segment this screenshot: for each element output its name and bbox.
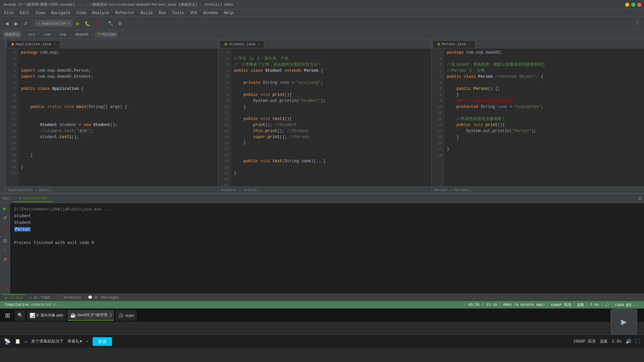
editor-content-2[interactable]: 1234567891011121314151617181920212223242… bbox=[218, 48, 431, 186]
breadcrumb-sep2: › bbox=[38, 33, 41, 37]
menu-code[interactable]: Code bbox=[74, 10, 89, 16]
settings-btn[interactable]: ⚙ bbox=[116, 19, 124, 27]
status-zoom[interactable]: 2.0x bbox=[587, 303, 601, 307]
menu-navigate[interactable]: Navigate bbox=[48, 10, 73, 16]
stream-resolution-btn[interactable]: 1080P 高清 bbox=[573, 339, 596, 344]
taskbar-javase[interactable]: ☕ JavaSE [F:\级管理...] bbox=[67, 310, 114, 321]
menu-file[interactable]: File bbox=[1, 10, 16, 16]
run-sidebar: ▶ ↺ ■ ⊟ ↓ 📌 ✕ bbox=[0, 203, 10, 294]
separator1 bbox=[32, 20, 33, 27]
tab-close-3[interactable]: ✕ bbox=[469, 42, 471, 46]
stop-btn[interactable]: ■ bbox=[93, 19, 101, 27]
menu-vcs[interactable]: VCS bbox=[187, 10, 200, 16]
editor-person: Person.java ✕ 12345678910111213141516171… bbox=[431, 39, 644, 193]
menu-help[interactable]: Help bbox=[221, 10, 236, 16]
stream-select-btn[interactable]: 选集 bbox=[600, 339, 608, 344]
tab-terminal[interactable]: ⬛ Terminal bbox=[54, 295, 84, 300]
menu-refactor[interactable]: Refactor bbox=[112, 10, 137, 16]
run-rerun-btn[interactable]: ↺ bbox=[1, 214, 9, 222]
stream-label: 发个弹幕鼓励当下 bbox=[31, 339, 63, 344]
stream-icon: 📡 bbox=[4, 338, 11, 345]
video-play-icon: ▶ bbox=[621, 316, 627, 327]
run-tab-application[interactable]: ▶ Application bbox=[14, 195, 53, 202]
run-output-blank bbox=[14, 233, 640, 239]
tab-run[interactable]: ▶ 4: Run bbox=[3, 294, 26, 301]
maximize-btn[interactable] bbox=[631, 3, 635, 7]
windows-start-btn[interactable]: ⊞ bbox=[1, 310, 13, 321]
menu-view[interactable]: View bbox=[33, 10, 48, 16]
menubar: File Edit View Navigate Code Analyze Ref… bbox=[0, 9, 644, 17]
build-btn[interactable]: 🔨 bbox=[106, 19, 114, 27]
menu-run[interactable]: Run bbox=[156, 10, 169, 16]
taskbar-search-btn[interactable]: 🔍 bbox=[15, 310, 25, 321]
editor-content-3[interactable]: 123456789101112131415161718 package com.… bbox=[431, 48, 644, 186]
stream-fullscreen-icon[interactable]: ⛶ bbox=[635, 339, 640, 344]
run-exit-line: Process finished with exit code 0 bbox=[14, 239, 640, 246]
code-area-2[interactable]: //学生 is 人：派生类、子类 // 子类继承了父类，就会拥有父类的全部方法！… bbox=[231, 48, 431, 186]
stream-warning-icon[interactable]: ⚠ bbox=[24, 339, 27, 344]
menu-tools[interactable]: Tools bbox=[169, 10, 187, 16]
line-numbers-3: 123456789101112131415161718 bbox=[431, 48, 444, 186]
menu-build[interactable]: Build bbox=[138, 10, 155, 16]
breadcrumb-sep3: › bbox=[54, 33, 56, 37]
status-resolution[interactable]: 1080P 高清 bbox=[548, 302, 574, 307]
breadcrumb-src[interactable]: src bbox=[26, 32, 37, 37]
menu-window[interactable]: Window bbox=[201, 10, 220, 16]
svg-point-2 bbox=[224, 43, 227, 46]
streaming-bar: 📡 📋 ⚠ 发个弹幕鼓励当下 弹幕礼♥ › 发送 1080P 高清 选集 2.0… bbox=[0, 335, 644, 348]
help-btn[interactable]: ? bbox=[633, 19, 641, 27]
status-select[interactable]: 选集 bbox=[574, 302, 587, 307]
tab-application[interactable]: Application.java ✕ bbox=[7, 41, 60, 48]
refresh-btn[interactable]: ↺ bbox=[21, 19, 30, 27]
menu-edit[interactable]: Edit bbox=[17, 10, 32, 16]
taskbar-pptx[interactable]: 📊 8. 面向对象.pptx bbox=[27, 310, 66, 321]
run-config[interactable]: ▶ Application ▼ bbox=[35, 20, 72, 26]
tab-person[interactable]: Person.java ✕ bbox=[433, 41, 475, 48]
run-pin-btn[interactable]: 📌 bbox=[1, 255, 9, 263]
bottom-panel: Run: ▶ Application ⚙ ▶ ↺ ■ ⊟ ↓ 📌 ✕ D:\En… bbox=[0, 193, 644, 294]
run-filter-btn[interactable]: ⊟ bbox=[1, 237, 9, 245]
run-play-btn[interactable]: ▶ bbox=[1, 204, 9, 213]
tab-student[interactable]: Student.java ✕ bbox=[220, 41, 264, 48]
video-notification[interactable]: ▶ bbox=[610, 308, 637, 335]
status-csdn[interactable]: CSDN @次... bbox=[612, 302, 641, 307]
stream-volume-icon[interactable]: 🔊 bbox=[626, 339, 631, 344]
debug-btn[interactable]: 🐛 bbox=[83, 19, 91, 27]
breadcrumb-com[interactable]: com bbox=[42, 32, 53, 37]
run-close-panel-btn[interactable]: ✕ bbox=[1, 284, 9, 292]
tab-close-2[interactable]: ✕ bbox=[258, 42, 260, 46]
breadcrumb-person[interactable]: Person bbox=[95, 32, 118, 37]
status-volume[interactable]: 🔊 bbox=[602, 303, 612, 307]
window-controls bbox=[625, 3, 641, 7]
left-sidebar bbox=[0, 39, 5, 193]
run-scroll-btn[interactable]: ↓ bbox=[1, 246, 9, 254]
taskbar-ocam[interactable]: 🎥 ocam bbox=[115, 310, 137, 321]
stream-send-btn[interactable]: 发送 bbox=[93, 337, 112, 346]
minimize-btn[interactable] bbox=[625, 3, 629, 7]
run-stop-btn[interactable]: ■ bbox=[1, 223, 9, 231]
code-area-3[interactable]: package com.oop.demo05; //在Java中，所有的类，都默… bbox=[444, 48, 644, 186]
breadcrumb-jichuyufa[interactable]: 基础语法 bbox=[3, 31, 21, 38]
editor-tab-bar-1: Application.java ✕ bbox=[5, 39, 218, 48]
tab-todo[interactable]: ✓ 6: TODO bbox=[27, 295, 52, 300]
tab-close-1[interactable]: ✕ bbox=[54, 42, 56, 46]
run-output-2: Student bbox=[14, 219, 640, 226]
tab-messages[interactable]: 💬 9: Messages bbox=[85, 295, 122, 300]
status-time[interactable]: 05:28 / 13:18 bbox=[465, 303, 500, 307]
menu-analyze[interactable]: Analyze bbox=[90, 10, 112, 16]
forward-btn[interactable]: ▶ bbox=[12, 19, 20, 27]
editor-student: Student.java ✕ 1234567891011121314151617… bbox=[218, 39, 431, 193]
breadcrumb-sep5: › bbox=[92, 33, 94, 37]
editor-content-1[interactable]: 123456789101112131415161718192021 packag… bbox=[5, 48, 218, 186]
run-cmd-line: D:\Environment\jdk8\jdk\bin\java.exe ... bbox=[14, 206, 640, 213]
taskbar-ocam-label: ocam bbox=[125, 313, 134, 317]
run-settings-icon[interactable]: ⚙ bbox=[639, 195, 641, 201]
code-area-1[interactable]: package com.oop; import com.oop.demo05.P… bbox=[18, 48, 218, 186]
back-btn[interactable]: ◀ bbox=[3, 19, 11, 27]
stream-copy-icon[interactable]: 📋 bbox=[15, 339, 20, 344]
run-btn[interactable]: ▶ bbox=[74, 19, 82, 27]
stream-zoom-btn[interactable]: 2.0x bbox=[612, 339, 622, 344]
close-btn[interactable] bbox=[637, 3, 641, 7]
breadcrumb-oop[interactable]: oop bbox=[57, 32, 68, 37]
breadcrumb-demo05[interactable]: demo05 bbox=[73, 32, 91, 37]
